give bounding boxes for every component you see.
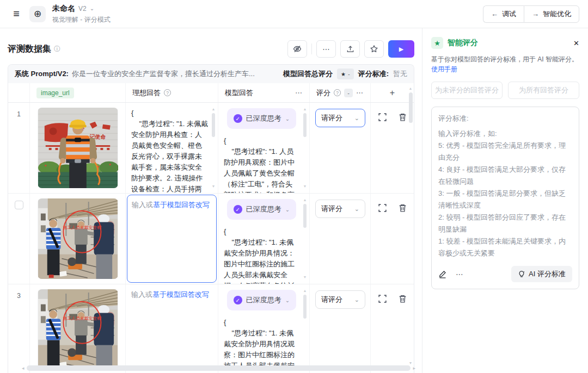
criteria-value: 暂无: [393, 69, 407, 79]
scroll-thumb[interactable]: [303, 295, 307, 319]
ai-criteria-label: AI 评分标准: [529, 269, 566, 279]
delete-icon[interactable]: [398, 113, 407, 122]
cell-scrollbar[interactable]: ▲ ▼: [302, 107, 308, 189]
header-index: [8, 83, 30, 102]
rewrite-from-model-link[interactable]: 基于模型回答改写: [153, 201, 210, 209]
criteria-more-icon[interactable]: ⋯: [456, 270, 464, 278]
column-model-answer: 模型回答: [225, 88, 253, 98]
score-select[interactable]: 请评分 ⌄: [315, 290, 365, 309]
panel-title: 智能评分: [448, 38, 478, 48]
chevron-down-icon[interactable]: ⌄: [90, 5, 94, 11]
score-select[interactable]: 请评分 ⌄: [315, 200, 365, 218]
favorite-button[interactable]: [364, 40, 384, 58]
cell-scrollbar[interactable]: ▲ ▼: [211, 107, 216, 189]
help-icon[interactable]: ?: [164, 89, 171, 96]
scroll-thumb[interactable]: [303, 204, 307, 228]
ideal-answer-cell[interactable]: 输入或基于模型回答改写: [126, 284, 218, 373]
version-label[interactable]: V2: [78, 5, 87, 13]
model-answer-cell[interactable]: ✓ 已深度思考 ⌄ { "思考过程": "1. 人员防护用具观察：图片中人员佩戴…: [218, 103, 310, 193]
row-index: 3: [8, 284, 30, 373]
table-row: 3 输入或基于模型回答改写 ✓ 已深度思考 ⌄ { "思考过程": "1. 未佩…: [8, 284, 414, 373]
ideal-answer-editor[interactable]: 输入或基于模型回答改写: [127, 195, 217, 283]
add-node-icon[interactable]: ⊕: [29, 6, 46, 22]
scroll-down-icon: ▼: [303, 184, 307, 189]
deep-think-label: 已深度思考: [246, 114, 281, 123]
expand-icon[interactable]: [378, 113, 387, 122]
score-column-more-icon[interactable]: ⋯: [356, 89, 364, 97]
score-unrated-button[interactable]: 为未评分的回答评分: [431, 82, 503, 99]
deep-think-badge[interactable]: ✓ 已深度思考 ⌄: [227, 199, 296, 220]
ideal-answer-cell[interactable]: 输入或基于模型回答改写: [126, 194, 218, 284]
star-icon: ★: [431, 37, 443, 49]
rewrite-from-model-link[interactable]: 基于模型回答改写: [152, 290, 209, 299]
model-answer-text: { "思考过程": "1. 未佩戴安全防护用具情况：图片中红圈标注的施工人员头部…: [224, 226, 299, 284]
cell-scrollbar[interactable]: ▲ ▼: [302, 289, 308, 370]
smart-optimize-label: 智能优化: [543, 9, 571, 19]
delete-icon[interactable]: [398, 203, 407, 213]
cell-scrollbar[interactable]: ▲ ▼: [302, 198, 308, 279]
star-icon: [370, 45, 378, 53]
deep-think-badge[interactable]: ✓ 已深度思考 ⌄: [227, 290, 296, 310]
chevron-down-icon: ⌄: [285, 116, 290, 122]
chevron-down-icon: ⌄: [354, 115, 359, 122]
row-image-worker[interactable]: 初心 记使命: [38, 108, 118, 188]
scroll-thumb[interactable]: [212, 113, 215, 137]
column-score: 评分: [316, 88, 330, 98]
model-answer-cell[interactable]: ✓ 已深度思考 ⌄ { "思考过程": "1. 未佩戴安全防护用具情况：图片中红…: [218, 194, 310, 284]
upload-button[interactable]: [340, 40, 360, 58]
panel-description: 基于你对模型回答的评分标准，用于 AI 智能评分。: [431, 55, 578, 63]
debug-button[interactable]: ← 调试: [483, 5, 524, 23]
add-column-button[interactable]: +: [390, 88, 395, 98]
row-checkbox[interactable]: [15, 201, 23, 209]
scroll-thumb[interactable]: [409, 92, 413, 123]
table-vertical-scrollbar[interactable]: ▲ ▼: [408, 86, 413, 365]
score-select-value: 请评分: [321, 295, 342, 304]
close-icon[interactable]: ✕: [573, 39, 579, 47]
run-button[interactable]: ▶: [388, 40, 414, 58]
bulb-icon: [518, 270, 525, 278]
manual-link[interactable]: 使用手册: [431, 65, 457, 73]
smart-optimize-button[interactable]: → 智能优化: [524, 5, 579, 23]
expand-icon[interactable]: [378, 294, 387, 303]
more-actions-button[interactable]: ⋯: [316, 40, 336, 58]
row-index: 1: [8, 103, 30, 193]
table-horizontal-scrollbar[interactable]: ◂ ▸: [22, 365, 415, 371]
score-select[interactable]: 请评分 ⌄: [315, 109, 365, 127]
row-image-site[interactable]: [38, 289, 118, 370]
ai-criteria-button[interactable]: AI 评分标准: [511, 266, 572, 282]
scroll-thumb[interactable]: [27, 365, 411, 371]
model-column-more-icon[interactable]: ⋯: [295, 89, 303, 97]
system-prompt-bar[interactable]: 系统 Prompt/V2: 你是一位专业的安全生产监督专家，擅长通过分析生产车.…: [8, 65, 414, 83]
chevron-down-icon: ⌄: [285, 207, 290, 213]
score-all-button[interactable]: 为所有回答评分: [508, 82, 579, 99]
menu-icon[interactable]: ≡: [9, 7, 24, 22]
check-icon: ✓: [234, 205, 242, 214]
scroll-up-icon: ▲: [303, 198, 307, 202]
delete-icon[interactable]: [398, 294, 407, 303]
ideal-answer-cell[interactable]: { "思考过程": "1. 未佩戴安全防护用具检查：人员戴黄色安全帽、橙色反光背…: [126, 103, 218, 193]
column-ideal-answer: 理想回答: [132, 88, 161, 98]
model-answer-cell[interactable]: ✓ 已深度思考 ⌄ { "思考过程": "1. 未佩戴安全防护用具情况观察：图片…: [218, 284, 310, 373]
deep-think-label: 已深度思考: [246, 204, 281, 214]
info-icon[interactable]: ⓘ: [54, 45, 60, 54]
scroll-right-icon: ▸: [413, 365, 415, 371]
edit-icon[interactable]: [438, 270, 447, 278]
scroll-up-icon: ▲: [303, 289, 307, 293]
hide-columns-button[interactable]: [287, 40, 307, 58]
upload-icon: [346, 45, 354, 53]
criteria-input-box[interactable]: 评分标准: 输入评分标准，如: 5: 优秀 - 模型回答完全满足所有要求，理由充…: [431, 107, 579, 289]
table-header: image_url 理想回答 ? 模型回答 ⋯ 评分 ? - ⋯ +: [8, 83, 414, 103]
deep-think-badge[interactable]: ✓ 已深度思考 ⌄: [227, 108, 296, 129]
doc-title-block: 未命名 V2 ⌄ 视觉理解 - 评分模式: [52, 4, 111, 24]
help-icon[interactable]: ?: [334, 89, 341, 96]
expand-icon[interactable]: [378, 203, 387, 213]
total-score-badge[interactable]: ★ -: [337, 69, 354, 79]
column-image-url[interactable]: image_url: [36, 88, 74, 98]
score-badge: -: [344, 89, 353, 97]
score-select-value: 请评分: [321, 204, 342, 214]
doc-title: 未命名: [52, 4, 75, 14]
scroll-thumb[interactable]: [303, 113, 307, 137]
dataset-card: 系统 Prompt/V2: 你是一位专业的安全生产监督专家，擅长通过分析生产车.…: [8, 64, 414, 373]
row-image-site[interactable]: [38, 198, 118, 279]
app-header: ≡ ⊕ 未命名 V2 ⌄ 视觉理解 - 评分模式 ← 调试 → 智能优化: [0, 0, 588, 28]
